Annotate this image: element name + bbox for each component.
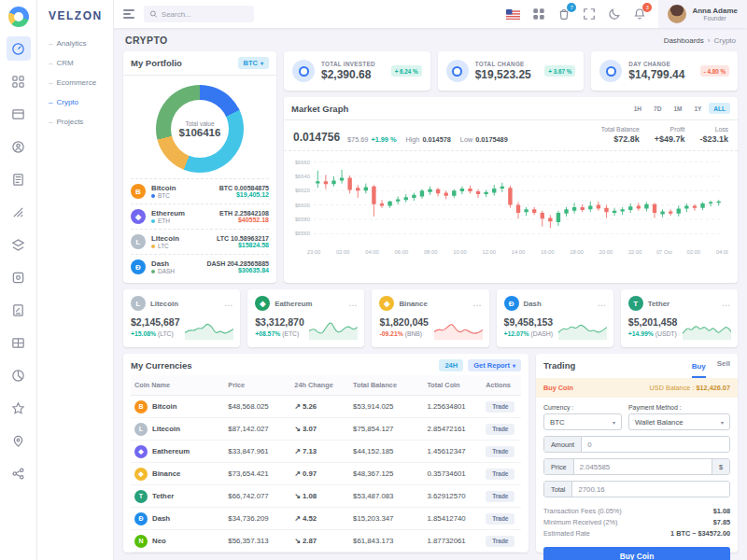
share-nodes-icon xyxy=(11,467,25,481)
trading-title: Trading xyxy=(543,360,575,371)
range-1y-button[interactable]: 1Y xyxy=(689,103,706,114)
col-24h-change: 24h Change xyxy=(290,375,349,396)
more-menu-icon[interactable] xyxy=(224,297,233,311)
rail-item-apps[interactable] xyxy=(7,69,31,93)
range-24h-button[interactable]: 24H xyxy=(439,359,463,371)
sidebar-item-crm[interactable]: CRM xyxy=(41,53,109,73)
tab-buy[interactable]: Buy xyxy=(692,359,706,378)
trade-button[interactable]: Trade xyxy=(486,469,514,480)
total-input[interactable] xyxy=(572,482,729,497)
sidebar-menu: Analytics CRM Ecommerce Crypto Projects xyxy=(41,34,109,132)
svg-text:20:00: 20:00 xyxy=(599,249,613,255)
fullscreen-button[interactable] xyxy=(583,7,596,21)
more-menu-icon[interactable] xyxy=(598,297,606,311)
svg-text:$6600: $6600 xyxy=(295,203,310,208)
amount-input[interactable] xyxy=(582,437,729,452)
sidebar-item-ecommerce[interactable]: Ecommerce xyxy=(41,73,109,92)
estimated-rate-row: Estimated Rate1 BTC ~ $34572.00 xyxy=(543,527,730,539)
brand-logo[interactable]: VELZON xyxy=(41,6,109,34)
trade-button[interactable]: Trade xyxy=(486,401,514,413)
trend-arrow-icon xyxy=(294,492,303,500)
sidebar-item-projects[interactable]: Projects xyxy=(41,112,109,132)
cart-button[interactable]: 7 xyxy=(557,7,571,21)
currency-select[interactable]: BTC xyxy=(543,413,622,430)
currencies-table-wrap: Coin Name Price 24h Change Total Balance… xyxy=(123,375,529,553)
tab-sell[interactable]: Sell xyxy=(717,359,730,371)
usd-balance-banner: Buy Coin USD Balance : $12,426.07 xyxy=(536,378,738,398)
svg-text:22:00: 22:00 xyxy=(628,249,642,255)
portfolio-title: My Portfolio xyxy=(131,58,182,68)
trade-button[interactable]: Trade xyxy=(486,424,514,435)
svg-text:07 Oct: 07 Oct xyxy=(656,249,672,255)
trade-button[interactable]: Trade xyxy=(486,446,514,457)
price-input[interactable] xyxy=(574,459,712,474)
portfolio-card: My Portfolio BTC Total value $106416 xyxy=(123,51,276,283)
low-value: 0.0175489 xyxy=(475,135,508,144)
logo-mark-icon[interactable] xyxy=(8,7,29,27)
rail-item-widgets[interactable] xyxy=(7,265,31,289)
range-all-button[interactable]: ALL xyxy=(709,103,730,114)
buy-coin-button[interactable]: Buy Coin xyxy=(543,547,730,560)
table-row: ÐDogecoin $62,357.649 3.45 $54,843.173 0… xyxy=(131,553,521,553)
sparkline-chart xyxy=(185,315,233,342)
trade-button[interactable]: Trade xyxy=(486,536,514,547)
svg-text:08:00: 08:00 xyxy=(424,249,438,255)
list-item-ethereum[interactable]: ◆ EthereumETH ETH 2.25842108$40552.18 xyxy=(131,203,269,229)
binance-icon: ◆ xyxy=(134,468,148,481)
list-item-bitcoin[interactable]: B BitcoinBTC BTC 0.00584875$19,405.12 xyxy=(131,178,269,203)
user-menu[interactable]: Anna Adame Founder xyxy=(658,0,747,28)
high-label: High xyxy=(405,135,419,144)
trend-arrow-icon xyxy=(294,425,303,433)
range-1h-button[interactable]: 1H xyxy=(629,103,646,114)
litecoin-ticker-card: LLitecoin $2,145,687 +15.08% (LTC) xyxy=(123,289,240,347)
search-box xyxy=(144,6,254,22)
more-menu-icon[interactable] xyxy=(348,297,357,311)
portfolio-currency-select[interactable]: BTC xyxy=(238,57,269,69)
dark-mode-button[interactable] xyxy=(608,7,621,21)
breadcrumb-parent[interactable]: Dashboards xyxy=(664,36,704,45)
rail-item-icons[interactable] xyxy=(7,396,31,420)
hamburger-menu-icon[interactable] xyxy=(123,9,134,19)
trade-button[interactable]: Trade xyxy=(486,491,514,502)
rail-item-authentication[interactable] xyxy=(7,134,31,159)
rail-item-maps[interactable] xyxy=(7,428,31,453)
rail-item-layouts[interactable] xyxy=(7,102,31,126)
summary-value: $19,523.25 xyxy=(475,68,539,81)
svg-text:02:00: 02:00 xyxy=(336,249,350,255)
tether-ticker-card: TTether $5,201,458 +14.99% (USDT) xyxy=(621,289,738,347)
sparkline-chart xyxy=(309,315,358,342)
binance-ticker-card: ◆Binance $1,820,045 -09.21% (BNB) xyxy=(372,289,488,347)
more-menu-icon[interactable] xyxy=(473,297,482,311)
search-input[interactable] xyxy=(162,10,248,19)
trade-button[interactable]: Trade xyxy=(486,513,514,525)
binance-icon: ◆ xyxy=(379,296,394,311)
rail-item-forms[interactable] xyxy=(7,298,31,322)
app-root: VELZON Analytics CRM Ecommerce Crypto Pr… xyxy=(0,0,747,560)
rail-item-base-ui[interactable] xyxy=(7,232,31,257)
sidebar-item-crypto[interactable]: Crypto xyxy=(41,92,109,112)
sidebar-item-analytics[interactable]: Analytics xyxy=(41,34,109,53)
rail-item-charts[interactable] xyxy=(7,363,31,387)
web-apps-button[interactable] xyxy=(532,7,545,21)
get-report-button[interactable]: Get Report xyxy=(468,359,521,371)
rail-item-multilevel[interactable] xyxy=(7,461,31,485)
payment-method-select[interactable]: Wallet Balance xyxy=(628,413,730,430)
rail-item-pages[interactable] xyxy=(7,167,31,191)
range-7d-button[interactable]: 7D xyxy=(649,103,666,114)
list-item-litecoin[interactable]: L LitecoinLTC LTC 10.58963217$15824.58 xyxy=(131,229,269,254)
rail-item-dashboards[interactable] xyxy=(7,36,31,61)
profit-label: Profit xyxy=(655,126,685,133)
list-item-dash[interactable]: Đ DashDASH DASH 204.28565885$30635.84 xyxy=(131,254,269,279)
language-flag-button[interactable] xyxy=(506,9,520,20)
more-menu-icon[interactable] xyxy=(722,297,730,311)
rail-item-tables[interactable] xyxy=(7,330,31,355)
profit-value: +$49.7k xyxy=(655,134,685,144)
rail-item-landing[interactable] xyxy=(7,200,31,224)
topbar: 7 3 Anna Adame Founder xyxy=(114,0,747,28)
total-label: Total xyxy=(544,482,572,497)
breadcrumb-current: Crypto xyxy=(713,36,736,45)
svg-text:02:00: 02:00 xyxy=(686,249,700,255)
low-label: Low xyxy=(460,135,472,144)
notifications-button[interactable]: 3 xyxy=(633,7,646,21)
range-1m-button[interactable]: 1M xyxy=(669,103,686,114)
